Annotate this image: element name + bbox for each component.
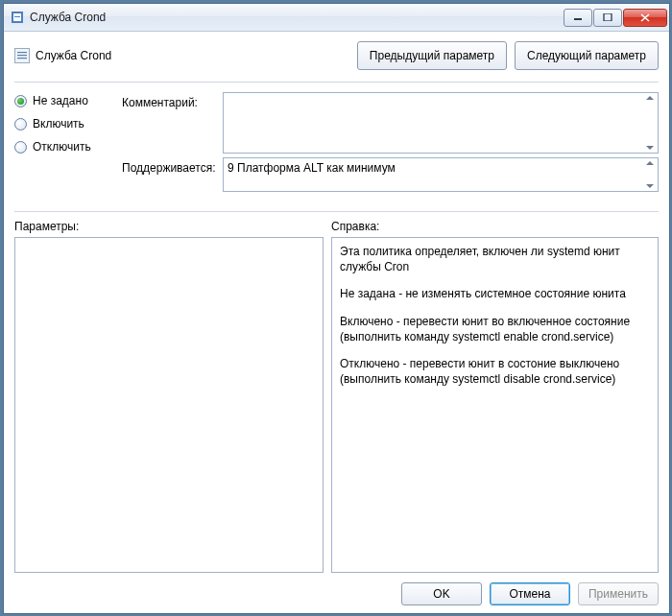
next-setting-button[interactable]: Следующий параметр xyxy=(515,41,659,70)
comment-input[interactable] xyxy=(223,92,659,154)
svg-rect-2 xyxy=(14,16,20,17)
comment-label: Комментарий: xyxy=(122,92,223,154)
svg-rect-9 xyxy=(17,58,27,59)
parameters-panel xyxy=(14,237,324,573)
help-label: Справка: xyxy=(331,220,659,233)
top-grid: Не задано Включить Отключить Комментарий… xyxy=(14,92,659,196)
radio-label: Не задано xyxy=(33,94,88,107)
supported-value: 9 Платформа ALT как минимум xyxy=(228,161,396,175)
ok-button[interactable]: OK xyxy=(401,582,482,605)
panels-row: Эта политика определяет, включен ли syst… xyxy=(14,237,659,573)
scroll-arrows[interactable] xyxy=(642,159,657,190)
comment-row: Комментарий: xyxy=(122,92,659,154)
help-text: Не задана - не изменять системное состоя… xyxy=(340,286,650,301)
chevron-down-icon xyxy=(646,146,654,150)
chevron-down-icon xyxy=(646,184,654,188)
section-labels: Параметры: Справка: xyxy=(14,220,659,233)
radio-label: Отключить xyxy=(33,140,91,154)
dialog-buttons: OK Отмена Применить xyxy=(14,582,659,605)
radio-disabled[interactable]: Отключить xyxy=(14,140,122,154)
svg-rect-7 xyxy=(17,52,27,53)
supported-display: 9 Платформа ALT как минимум xyxy=(223,157,659,192)
settings-icon xyxy=(14,48,30,63)
supported-label: Поддерживается: xyxy=(122,157,223,192)
minimize-button[interactable] xyxy=(564,9,592,27)
chevron-up-icon xyxy=(646,96,654,100)
parameters-label: Параметры: xyxy=(14,220,331,233)
window: Служба Crond xyxy=(3,3,670,614)
scroll-arrows[interactable] xyxy=(642,94,657,152)
maximize-button[interactable] xyxy=(593,9,622,27)
help-text: Отключено - перевести юнит в состоние вы… xyxy=(340,356,650,387)
close-button[interactable] xyxy=(623,9,667,27)
svg-rect-8 xyxy=(17,55,27,56)
svg-rect-4 xyxy=(604,13,612,21)
radio-label: Включить xyxy=(33,117,84,130)
divider xyxy=(14,211,659,212)
radio-enabled[interactable]: Включить xyxy=(14,117,122,130)
help-text: Включено - перевести юнит во включенное … xyxy=(340,314,650,344)
radio-icon xyxy=(14,118,27,130)
radio-icon xyxy=(14,141,27,154)
client-area: Служба Crond Предыдущий параметр Следующ… xyxy=(4,32,669,613)
supported-row: Поддерживается: 9 Платформа ALT как мини… xyxy=(122,157,659,192)
previous-setting-button[interactable]: Предыдущий параметр xyxy=(357,41,507,70)
header-row: Служба Crond Предыдущий параметр Следующ… xyxy=(14,41,659,70)
divider xyxy=(14,82,659,83)
titlebar[interactable]: Служба Crond xyxy=(4,4,669,32)
window-controls xyxy=(564,9,667,27)
fields-column: Комментарий: Поддерживается: 9 Платформа… xyxy=(122,92,659,196)
app-icon xyxy=(10,10,25,25)
radio-not-configured[interactable]: Не задано xyxy=(14,94,122,107)
cancel-button[interactable]: Отмена xyxy=(490,582,570,605)
apply-button[interactable]: Применить xyxy=(578,582,659,605)
help-panel: Эта политика определяет, включен ли syst… xyxy=(331,237,659,573)
state-radio-group: Не задано Включить Отключить xyxy=(14,92,122,196)
page-title: Служба Crond xyxy=(36,49,349,62)
svg-rect-3 xyxy=(574,18,582,20)
chevron-up-icon xyxy=(646,161,654,165)
window-title: Служба Crond xyxy=(30,11,564,24)
help-text: Эта политика определяет, включен ли syst… xyxy=(340,244,650,274)
radio-icon xyxy=(14,95,27,107)
